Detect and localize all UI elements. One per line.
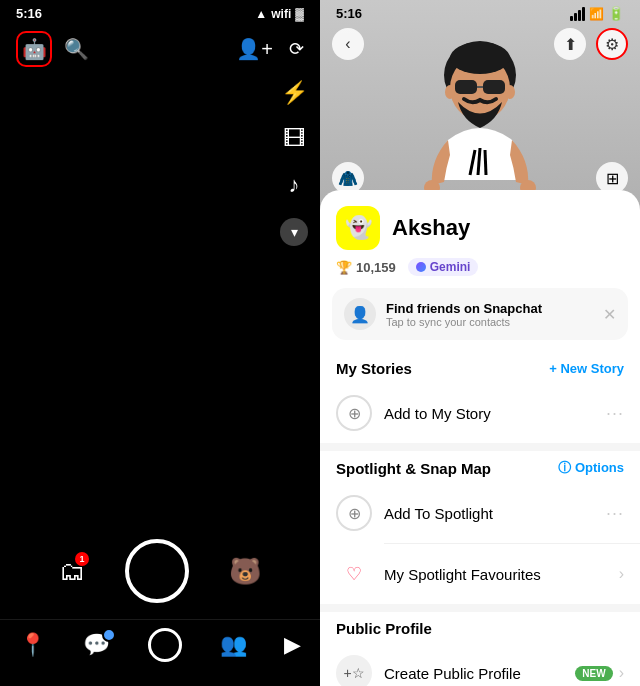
film-icon[interactable]: 🎞 bbox=[283, 126, 305, 152]
spotlight-favourites-item[interactable]: ♡ My Spotlight Favourites › bbox=[320, 544, 640, 604]
header-top-controls: ‹ ⬆ ⚙ bbox=[320, 28, 640, 60]
nav-friends[interactable]: 👥 bbox=[220, 632, 247, 658]
card-badge: 1 bbox=[75, 552, 89, 566]
add-story-icon: ⊕ bbox=[336, 395, 372, 431]
snap-ghost-icon: 👻 bbox=[345, 215, 372, 241]
left-status-bar: 5:16 ▲ wifi ▓ bbox=[0, 0, 320, 27]
profile-content: 👻 Akshay 🏆 10,159 Gemini 👤 Find friends … bbox=[320, 190, 640, 686]
camera-top-icons: 👤+ ⟳ bbox=[236, 37, 304, 61]
back-button[interactable]: ‹ bbox=[332, 28, 364, 60]
trophy-icon: 🏆 bbox=[336, 260, 352, 275]
signal-bars-icon bbox=[570, 7, 585, 21]
create-public-profile-item[interactable]: +☆ Create Public Profile NEW › bbox=[320, 643, 640, 686]
camera-spotlight-icon: ⊕ bbox=[348, 504, 361, 523]
add-spotlight-icon: ⊕ bbox=[336, 495, 372, 531]
flash-icon[interactable]: ⚡ bbox=[281, 80, 308, 106]
settings-button[interactable]: ⚙ bbox=[596, 28, 628, 60]
search-icon[interactable]: 🔍 bbox=[64, 37, 89, 61]
chevron-down-icon[interactable]: ▾ bbox=[280, 218, 308, 246]
public-profile-header: Public Profile bbox=[320, 612, 640, 643]
new-badge: NEW bbox=[575, 666, 612, 681]
favourites-chevron-icon: › bbox=[619, 565, 624, 583]
add-to-spotlight-item[interactable]: ⊕ Add To Spotlight ··· bbox=[320, 483, 640, 543]
camera-add-icon: ⊕ bbox=[348, 404, 361, 423]
find-friends-icon: 👤 bbox=[344, 298, 376, 330]
nav-location[interactable]: 📍 bbox=[19, 632, 46, 658]
shutter-button[interactable] bbox=[125, 539, 189, 603]
snap-circle-icon bbox=[148, 628, 182, 662]
nav-chat[interactable]: 💬 bbox=[83, 632, 110, 658]
public-profile-title: Public Profile bbox=[336, 620, 432, 637]
nav-snap[interactable] bbox=[148, 628, 182, 662]
snapchat-logo: 👻 bbox=[336, 206, 380, 250]
find-friends-banner[interactable]: 👤 Find friends on Snapchat Tap to sync y… bbox=[332, 288, 628, 340]
right-battery-icon: 🔋 bbox=[608, 6, 624, 21]
photo-icon: ⊞ bbox=[606, 169, 619, 188]
svg-rect-2 bbox=[455, 80, 477, 94]
avatar-button[interactable]: 🤖 bbox=[16, 31, 52, 67]
music-icon[interactable]: ♪ bbox=[289, 172, 300, 198]
favourites-icon-box: ♡ bbox=[336, 556, 372, 592]
spotlight-more-icon[interactable]: ··· bbox=[606, 503, 624, 524]
left-time: 5:16 bbox=[16, 6, 42, 21]
right-wifi-icon: 📶 bbox=[589, 7, 604, 21]
add-friend-icon[interactable]: 👤+ bbox=[236, 37, 273, 61]
snap-score-value: 10,159 bbox=[356, 260, 396, 275]
left-top-controls: 🤖 🔍 👤+ ⟳ bbox=[0, 27, 320, 71]
my-stories-title: My Stories bbox=[336, 360, 412, 377]
gear-icon: ⚙ bbox=[605, 35, 619, 54]
create-profile-chevron-icon: › bbox=[619, 664, 624, 682]
find-friends-sub: Tap to sync your contacts bbox=[386, 316, 593, 328]
back-icon: ‹ bbox=[345, 35, 350, 53]
friends-nav-icon: 👥 bbox=[220, 632, 247, 658]
spotlight-options-button[interactable]: ⓘ Options bbox=[558, 459, 624, 477]
right-time: 5:16 bbox=[336, 6, 362, 21]
find-friends-text: Find friends on Snapchat Tap to sync you… bbox=[386, 301, 593, 328]
svg-point-9 bbox=[505, 85, 515, 99]
profile-header-row: 👻 Akshay bbox=[320, 190, 640, 258]
left-status-icons: ▲ wifi ▓ bbox=[255, 7, 304, 21]
find-friends-title: Find friends on Snapchat bbox=[386, 301, 593, 316]
profile-stats-row: 🏆 10,159 Gemini bbox=[320, 258, 640, 288]
gemini-label: Gemini bbox=[430, 260, 471, 274]
bitmoji-icon[interactable]: 🐻 bbox=[229, 556, 261, 587]
add-story-more-icon[interactable]: ··· bbox=[606, 403, 624, 424]
nav-play[interactable]: ▶ bbox=[284, 632, 301, 658]
gemini-badge[interactable]: Gemini bbox=[408, 258, 479, 276]
camera-controls: 🗂 1 🐻 bbox=[0, 529, 320, 619]
share-button[interactable]: ⬆ bbox=[554, 28, 586, 60]
camera-side-icons: ⚡ 🎞 ♪ ▾ bbox=[280, 80, 308, 246]
new-story-button[interactable]: + New Story bbox=[549, 361, 624, 376]
add-spotlight-label: Add To Spotlight bbox=[384, 505, 594, 522]
add-to-my-story-item[interactable]: ⊕ Add to My Story ··· bbox=[320, 383, 640, 443]
share-icon: ⬆ bbox=[564, 35, 577, 54]
favourites-label: My Spotlight Favourites bbox=[384, 566, 607, 583]
close-banner-button[interactable]: ✕ bbox=[603, 305, 616, 324]
section-divider-1 bbox=[320, 443, 640, 451]
card-stack-button[interactable]: 🗂 1 bbox=[59, 556, 85, 587]
snap-score[interactable]: 🏆 10,159 bbox=[336, 260, 396, 275]
add-story-label: Add to My Story bbox=[384, 405, 594, 422]
person-sync-icon: 👤 bbox=[350, 305, 370, 324]
gemini-dot-icon bbox=[416, 262, 426, 272]
spotlight-title: Spotlight & Snap Map bbox=[336, 460, 491, 477]
avatar-header: ‹ ⬆ ⚙ 🧥 ⊞ bbox=[320, 0, 640, 210]
svg-rect-3 bbox=[483, 80, 505, 94]
avatar-emoji-icon: 🤖 bbox=[22, 37, 47, 61]
right-panel: 5:16 📶 🔋 bbox=[320, 0, 640, 686]
rotate-camera-icon[interactable]: ⟳ bbox=[289, 38, 304, 60]
plus-star-icon: +☆ bbox=[343, 665, 364, 681]
section-divider-2 bbox=[320, 604, 640, 612]
my-stories-header: My Stories + New Story bbox=[320, 352, 640, 383]
play-nav-icon: ▶ bbox=[284, 632, 301, 658]
chat-notification-badge bbox=[102, 628, 116, 642]
right-status-icons: 📶 🔋 bbox=[570, 6, 624, 21]
left-bottom-bar: 🗂 1 🐻 📍 💬 👥 ▶ bbox=[0, 529, 320, 686]
left-wifi: wifi bbox=[271, 7, 291, 21]
left-panel: 5:16 ▲ wifi ▓ 🤖 🔍 👤+ ⟳ ⚡ 🎞 ♪ ▾ bbox=[0, 0, 320, 686]
create-profile-label: Create Public Profile bbox=[384, 665, 557, 682]
heart-icon: ♡ bbox=[346, 563, 362, 585]
right-status-bar: 5:16 📶 🔋 bbox=[320, 0, 640, 27]
spotlight-header: Spotlight & Snap Map ⓘ Options bbox=[320, 451, 640, 483]
hanger-icon: 🧥 bbox=[338, 169, 358, 188]
